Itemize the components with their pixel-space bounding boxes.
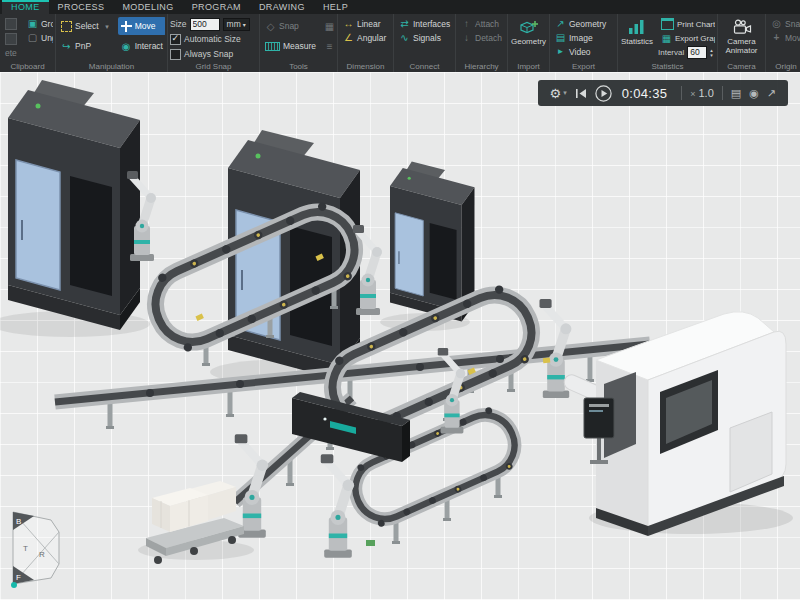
play-button[interactable] (595, 85, 612, 102)
reset-simulation-button[interactable] (575, 88, 587, 99)
tools-group-label: Tools (262, 61, 335, 72)
pattern-tool-button[interactable]: ▦Pattern (321, 17, 335, 35)
angular-dimension-button[interactable]: ∠Angular (340, 31, 389, 44)
tab-home[interactable]: HOME (2, 0, 49, 14)
playback-bar: ⚙ ▾ 0:04:35 × 1.0 ▤ ◉ ↗ (538, 80, 788, 106)
view-cube-front-face[interactable]: F (16, 573, 21, 582)
gear-icon: ⚙ (550, 87, 562, 100)
origin-move-icon: + (771, 32, 782, 43)
connect-group-label: Connect (396, 61, 453, 72)
interval-input[interactable] (687, 46, 707, 59)
always-snap-checkbox[interactable] (170, 49, 181, 60)
playback-divider (681, 86, 682, 100)
ribbon-group-dimension: ↔Linear ∠Angular Dimension (338, 14, 394, 72)
grid-size-label: Size (170, 19, 187, 29)
tab-modeling[interactable]: MODELING (113, 0, 182, 14)
paste-button[interactable] (2, 32, 20, 46)
select-caret-icon: ▾ (102, 21, 113, 32)
export-image-button[interactable]: ▤Image (552, 31, 609, 44)
ribbon-group-tools: ◇Snap ▦Pattern Measure ≡Align Tools (260, 14, 338, 72)
snap-icon: ◇ (265, 21, 276, 32)
always-snap-checkbox-row[interactable]: Always Snap (170, 47, 257, 61)
view-cube-right-face[interactable]: R (39, 550, 45, 559)
view-cube[interactable]: B T R F (8, 506, 64, 590)
select-tool-button[interactable]: Select▾ (58, 17, 116, 35)
move-icon (121, 21, 132, 32)
move-tool-button[interactable]: Move (118, 17, 165, 35)
interact-tool-button[interactable]: ◉Interact (118, 37, 165, 55)
delete-button[interactable]: ete (2, 47, 20, 59)
automatic-size-label: Automatic Size (184, 34, 241, 44)
grid-size-input[interactable] (190, 18, 220, 31)
import-geometry-button[interactable]: Geometry (510, 17, 547, 48)
import-geometry-icon (520, 19, 538, 35)
view-cube-top-face[interactable]: T (23, 544, 28, 553)
copy-button[interactable] (2, 17, 20, 31)
view-cube-back-face[interactable]: B (16, 517, 21, 526)
signals-button[interactable]: ∿Signals (396, 31, 453, 44)
ribbon-group-connect: ⇄Interfaces ∿Signals Connect (394, 14, 456, 72)
ribbon-group-import: Geometry Import (508, 14, 550, 72)
scene-cnc-machine-2 (228, 130, 360, 380)
record-video-button[interactable]: ◉ (749, 88, 759, 99)
import-group-label: Import (510, 61, 547, 72)
ribbon-group-origin: ◎Snap +Move Origin (766, 14, 800, 72)
statistics-icon (628, 19, 646, 35)
interfaces-button[interactable]: ⇄Interfaces (396, 17, 453, 30)
playback-divider-2 (722, 86, 723, 100)
expand-view-button[interactable]: ↗ (767, 88, 776, 99)
tab-process[interactable]: PROCESS (49, 0, 114, 14)
tab-program[interactable]: PROGRAM (183, 0, 250, 14)
align-tool-button[interactable]: ≡Align (321, 37, 335, 55)
export-image-icon: ▤ (555, 32, 566, 43)
statistics-button[interactable]: Statistics (620, 17, 654, 48)
automatic-size-checkbox-row[interactable]: Automatic Size (170, 32, 257, 46)
automatic-size-checkbox[interactable] (170, 34, 181, 45)
tab-help[interactable]: HELP (314, 0, 357, 14)
ribbon-group-export: ↗Geometry ▤Image ►Video PDF Export (550, 14, 618, 72)
linear-dimension-button[interactable]: ↔Linear (340, 17, 389, 30)
ribbon-group-clipboard: ete ▣Group ▢Ungroup Clipboard (0, 14, 56, 72)
pnp-tool-button[interactable]: ↪PnP (58, 37, 116, 55)
snap-tool-button[interactable]: ◇Snap (262, 17, 319, 35)
ribbon-group-statistics: Statistics Print Chart(s) ▦Export Graph▾… (618, 14, 718, 72)
manipulation-group-label: Manipulation (58, 61, 165, 72)
ribbon-groups: ete ▣Group ▢Ungroup Clipboard Select▾ Mo… (0, 14, 800, 72)
clipboard-group-label: Clipboard (2, 61, 53, 72)
group-icon: ▣ (27, 18, 38, 29)
export-video-button[interactable]: ►Video (552, 45, 609, 58)
grid-snap-group-label: Grid Snap (170, 61, 257, 72)
simulation-speed-control[interactable]: × 1.0 (690, 87, 714, 99)
attach-button[interactable]: ↑Attach (458, 17, 505, 30)
detach-button[interactable]: ↓Detach (458, 31, 505, 44)
scene-robot-6 (321, 454, 354, 558)
interact-icon: ◉ (121, 41, 132, 52)
grid-size-unit-dropdown[interactable]: mm▾ (223, 18, 250, 31)
tab-drawing[interactable]: DRAWING (250, 0, 314, 14)
camera-animator-button[interactable]: Camera Animator (720, 17, 763, 57)
measure-tool-button[interactable]: Measure (262, 37, 319, 55)
print-icon (661, 18, 674, 30)
group-button[interactable]: ▣Group (24, 17, 53, 30)
ribbon-group-camera: Camera Animator Camera (718, 14, 766, 72)
ungroup-button[interactable]: ▢Ungroup (24, 31, 53, 44)
simulation-time: 0:04:35 (622, 86, 667, 101)
export-geometry-button[interactable]: ↗Geometry (552, 17, 609, 30)
export-pdf-button[interactable]: PDF (613, 17, 615, 31)
skip-start-icon (575, 88, 587, 99)
origin-snap-button[interactable]: ◎Snap (768, 17, 800, 30)
pnp-icon: ↪ (61, 41, 72, 52)
print-charts-button[interactable]: Print Chart(s) (658, 17, 715, 31)
simulation-settings-button[interactable]: ⚙ ▾ (550, 87, 567, 100)
camera-group-label: Camera (720, 61, 763, 72)
origin-move-button[interactable]: +Move (768, 31, 800, 44)
scene-3d[interactable] (0, 72, 800, 600)
application-window: HOME PROCESS MODELING PROGRAM DRAWING HE… (0, 0, 800, 600)
select-icon (61, 21, 72, 32)
interval-stepper[interactable]: ▴▾ (710, 48, 713, 57)
signals-icon: ∿ (399, 32, 410, 43)
ribbon-group-hierarchy: ↑Attach ↓Detach Hierarchy (456, 14, 508, 72)
viewport-3d[interactable]: ⚙ ▾ 0:04:35 × 1.0 ▤ ◉ ↗ (0, 72, 800, 600)
export-graph-button[interactable]: ▦Export Graph▾ (658, 32, 715, 45)
snapshot-button[interactable]: ▤ (731, 88, 741, 99)
